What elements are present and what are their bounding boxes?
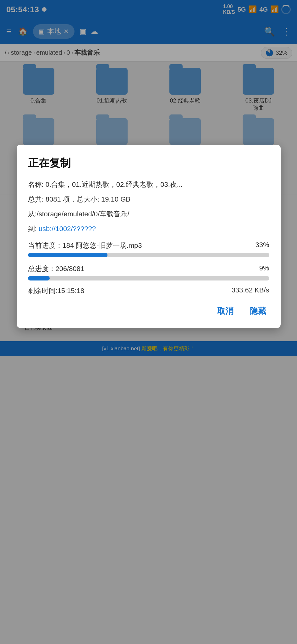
total-progress-bar-bg (28, 276, 269, 280)
transfer-speed: 333.62 KB/s (232, 286, 269, 296)
dialog-total-label: 总共: (28, 195, 44, 203)
dialog-name-label: 名称: (28, 180, 44, 188)
time-speed-row: 剩余时间:15:15:18 333.62 KB/s (28, 286, 269, 296)
copy-dialog-overlay: 正在复制 名称: 0.合集，01.近期热歌，02.经典老歌，03.夜... 总共… (0, 0, 297, 644)
total-progress-section: 总进度：206/8081 9% (28, 264, 269, 280)
current-progress-percent: 33% (255, 241, 269, 250)
remaining-time: 剩余时间:15:15:18 (28, 286, 85, 296)
cancel-button[interactable]: 取消 (214, 303, 237, 319)
dialog-to-link[interactable]: usb://1002/?????? (39, 225, 96, 233)
current-progress-label: 当前进度：184 阿悠悠-旧梦一场.mp3 (28, 241, 142, 250)
hide-button[interactable]: 隐藏 (247, 303, 269, 319)
dialog-title: 正在复制 (28, 156, 269, 170)
dialog-from-row: 从:/storage/emulated/0/车载音乐/ (28, 209, 269, 219)
total-progress-label-row: 总进度：206/8081 9% (28, 264, 269, 274)
dialog-actions: 取消 隐藏 (28, 303, 269, 319)
dialog-to-label: 到: (28, 225, 37, 233)
dialog-to-row: 到: usb://1002/?????? (28, 224, 269, 234)
total-progress-bar-fill (28, 276, 50, 280)
current-progress-section: 当前进度：184 阿悠悠-旧梦一场.mp3 33% (28, 241, 269, 257)
current-progress-label-row: 当前进度：184 阿悠悠-旧梦一场.mp3 33% (28, 241, 269, 250)
dialog-total-row: 总共: 8081 项，总大小: 19.10 GB (28, 194, 269, 204)
copy-dialog: 正在复制 名称: 0.合集，01.近期热歌，02.经典老歌，03.夜... 总共… (17, 145, 281, 328)
total-progress-percent: 9% (259, 264, 269, 274)
dialog-from-value: 从:/storage/emulated/0/车载音乐/ (28, 210, 129, 218)
current-progress-bar-bg (28, 253, 269, 257)
current-progress-bar-fill (28, 253, 107, 257)
total-progress-label: 总进度：206/8081 (28, 264, 85, 274)
dialog-name-value: 0.合集，01.近期热歌，02.经典老歌，03.夜... (46, 180, 183, 188)
dialog-total-value: 8081 项，总大小: 19.10 GB (46, 195, 130, 203)
dialog-name-row: 名称: 0.合集，01.近期热歌，02.经典老歌，03.夜... (28, 179, 269, 190)
